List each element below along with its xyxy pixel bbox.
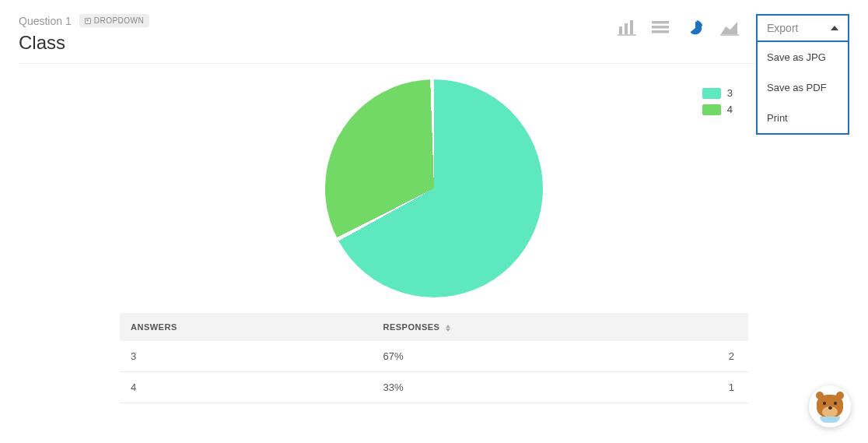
export-button[interactable]: Export — [756, 14, 849, 42]
results-table: ANSWERS RESPONSES 3 67% 2 4 33% — [120, 313, 748, 403]
legend-item[interactable]: 4 — [702, 104, 733, 115]
col-responses[interactable]: RESPONSES — [372, 313, 702, 341]
cell-pct: 67% — [372, 341, 702, 372]
hbar-chart-icon — [652, 20, 670, 36]
svg-rect-5 — [652, 26, 669, 29]
question-number: Question 1 — [19, 15, 72, 27]
sort-icon — [446, 325, 450, 332]
svg-rect-4 — [652, 21, 669, 24]
area-chart-icon — [720, 20, 739, 36]
export-save-pdf[interactable]: Save as PDF — [758, 72, 848, 103]
col-answers[interactable]: ANSWERS — [120, 313, 372, 341]
cell-count: 1 — [702, 372, 748, 403]
export-save-jpg[interactable]: Save as JPG — [758, 42, 848, 72]
question-title: Class — [19, 32, 149, 54]
badge-label: DROPDOWN — [94, 16, 145, 25]
table-row: 4 33% 1 — [120, 372, 748, 403]
bar-chart-button[interactable] — [613, 16, 641, 40]
pie-chart — [325, 79, 543, 297]
export-label: Export — [767, 22, 798, 34]
chart-area: 3 4 — [19, 64, 849, 305]
dropdown-icon — [85, 18, 91, 24]
help-mascot-button[interactable] — [809, 385, 851, 427]
caret-up-icon — [831, 26, 838, 30]
legend-swatch — [702, 104, 721, 115]
question-type-badge: DROPDOWN — [79, 14, 150, 27]
cell-answer: 3 — [120, 341, 372, 372]
svg-rect-2 — [630, 20, 633, 34]
cell-count: 2 — [702, 341, 748, 372]
svg-rect-6 — [652, 30, 669, 33]
table-row: 3 67% 2 — [120, 341, 748, 372]
pie-chart-button[interactable] — [681, 16, 709, 40]
area-chart-button[interactable] — [716, 16, 744, 40]
question-header: Question 1 DROPDOWN Class — [19, 14, 849, 64]
export-menu: Save as JPG Save as PDF Print — [756, 42, 849, 135]
bear-icon — [815, 392, 845, 421]
cell-answer: 4 — [120, 372, 372, 403]
legend: 3 4 — [702, 87, 733, 115]
export-print[interactable]: Print — [758, 103, 848, 133]
col-count — [702, 313, 748, 341]
legend-swatch — [702, 88, 721, 99]
hbar-chart-button[interactable] — [647, 16, 675, 40]
svg-rect-0 — [619, 26, 622, 34]
legend-item[interactable]: 3 — [702, 87, 733, 99]
legend-label: 4 — [727, 104, 733, 115]
cell-pct: 33% — [372, 372, 702, 403]
pie-chart-icon — [686, 20, 705, 36]
legend-label: 3 — [727, 87, 733, 99]
svg-rect-1 — [625, 23, 628, 34]
bar-chart-icon — [618, 20, 636, 36]
